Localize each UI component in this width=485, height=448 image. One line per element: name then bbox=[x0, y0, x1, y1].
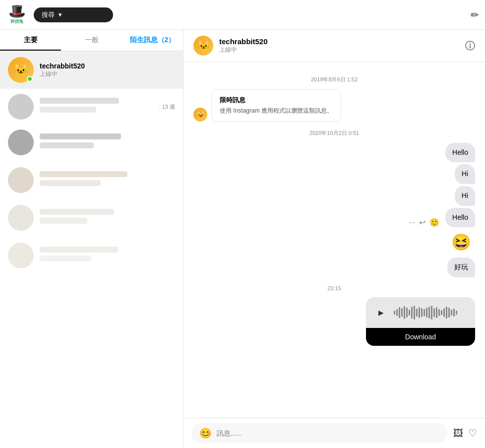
gallery-button[interactable]: 🖼 bbox=[453, 428, 463, 439]
list-item[interactable]: · 13 週 bbox=[0, 89, 183, 125]
message-input-wrap: 😊 bbox=[191, 423, 447, 443]
message-row-with-actions: ··· ↩ 🙂 Hello bbox=[193, 208, 475, 228]
message-row-voice: ▶ bbox=[193, 297, 475, 346]
search-bar[interactable]: 搜尋 ▾ bbox=[34, 7, 113, 22]
info-icon[interactable]: ⓘ bbox=[465, 39, 475, 53]
chat-area: 🐱 techrabbit520 上線中 ⓘ 2019年8月6日 1:52 🐱 限… bbox=[183, 30, 485, 448]
contact-status: 上線中 bbox=[40, 70, 175, 78]
message-row-sent: Hi bbox=[193, 164, 475, 184]
chat-avatar: 🐱 bbox=[193, 36, 213, 56]
list-item[interactable] bbox=[0, 200, 183, 236]
react-button[interactable]: 🙂 bbox=[429, 218, 439, 227]
sidebar-tabs: 主要 一般 陌生訊息（2） bbox=[0, 30, 183, 51]
tab-general[interactable]: 一般 bbox=[61, 30, 122, 51]
message-bubble: Hello bbox=[445, 143, 475, 163]
sidebar: 主要 一般 陌生訊息（2） 🐱 techrabbit520 上線中 bbox=[0, 30, 183, 448]
date-divider: 2019年8月6日 1:52 bbox=[193, 76, 475, 83]
message-input[interactable] bbox=[217, 429, 439, 437]
search-label: 搜尋 bbox=[42, 10, 55, 19]
voice-player: ▶ bbox=[366, 297, 475, 328]
date-divider: 2020年10月2日 0:51 bbox=[193, 129, 475, 137]
conversation-item-active[interactable]: 🐱 techrabbit520 上線中 bbox=[0, 51, 183, 89]
message-row-sent: Hi bbox=[193, 186, 475, 206]
message-row-received: 🐱 限時訊息 使用 Instagram 應用程式以瀏覽這類訊息。 bbox=[193, 89, 475, 122]
list-item[interactable] bbox=[0, 125, 183, 160]
chat-contact-name: techrabbit520 bbox=[219, 37, 459, 46]
emoji-picker-button[interactable]: 😊 bbox=[199, 427, 212, 439]
download-button[interactable]: Download bbox=[366, 328, 475, 346]
online-indicator bbox=[27, 76, 33, 82]
limited-message-bubble: 限時訊息 使用 Instagram 應用程式以瀏覽這類訊息。 bbox=[211, 89, 341, 122]
message-bubble: Hi bbox=[455, 186, 475, 206]
logo-hat-icon: 🎩 bbox=[8, 4, 26, 18]
message-row-emoji: 😆 bbox=[193, 229, 475, 256]
chat-contact-status: 上線中 bbox=[219, 46, 459, 54]
heart-button[interactable]: ♡ bbox=[468, 427, 477, 439]
message-actions: ··· ↩ 🙂 bbox=[409, 218, 439, 227]
play-button[interactable]: ▶ bbox=[374, 306, 388, 320]
message-row-sent: Hello bbox=[193, 143, 475, 163]
input-area: 😊 🖼 ♡ bbox=[183, 418, 485, 448]
logo-text: 科技兔 bbox=[10, 18, 23, 25]
list-item[interactable] bbox=[0, 238, 183, 273]
contact-name: techrabbit520 bbox=[40, 62, 175, 70]
compose-button[interactable]: ✏ bbox=[471, 9, 479, 21]
chat-header-info: techrabbit520 上線中 bbox=[219, 37, 459, 54]
waveform bbox=[394, 305, 467, 320]
tab-stranger[interactable]: 陌生訊息（2） bbox=[122, 30, 183, 51]
logo-area: 🎩 科技兔 bbox=[6, 4, 28, 25]
limited-title: 限時訊息 bbox=[220, 96, 333, 105]
reply-button[interactable]: ↩ bbox=[419, 218, 425, 227]
message-bubble: Hi bbox=[455, 164, 475, 184]
input-icons: 🖼 ♡ bbox=[453, 427, 477, 439]
avatar-wrap: 🐱 bbox=[8, 57, 34, 83]
message-time: · 13 週 bbox=[159, 103, 175, 111]
main-layout: 主要 一般 陌生訊息（2） 🐱 techrabbit520 上線中 bbox=[0, 30, 485, 448]
emoji-message: 😆 bbox=[447, 229, 475, 256]
tab-main[interactable]: 主要 bbox=[0, 30, 61, 51]
message-row-sent: 好玩 bbox=[193, 257, 475, 277]
chat-header: 🐱 techrabbit520 上線中 ⓘ bbox=[183, 30, 485, 62]
limited-body: 使用 Instagram 應用程式以瀏覽這類訊息。 bbox=[220, 107, 333, 115]
contact-info: techrabbit520 上線中 bbox=[40, 62, 175, 78]
sender-avatar: 🐱 bbox=[193, 108, 207, 122]
more-options-button[interactable]: ··· bbox=[409, 218, 415, 227]
message-bubble: Hello bbox=[445, 208, 475, 228]
messages-area: 2019年8月6日 1:52 🐱 限時訊息 使用 Instagram 應用程式以… bbox=[183, 62, 485, 418]
chevron-down-icon: ▾ bbox=[59, 11, 62, 18]
voice-message: ▶ bbox=[366, 297, 475, 346]
conversation-list: 🐱 techrabbit520 上線中 · 13 週 bbox=[0, 51, 183, 448]
message-bubble: 好玩 bbox=[447, 257, 475, 277]
list-item[interactable] bbox=[0, 162, 183, 198]
app-header: 🎩 科技兔 搜尋 ▾ ✏ bbox=[0, 0, 485, 30]
date-divider: 23:15 bbox=[193, 285, 475, 291]
